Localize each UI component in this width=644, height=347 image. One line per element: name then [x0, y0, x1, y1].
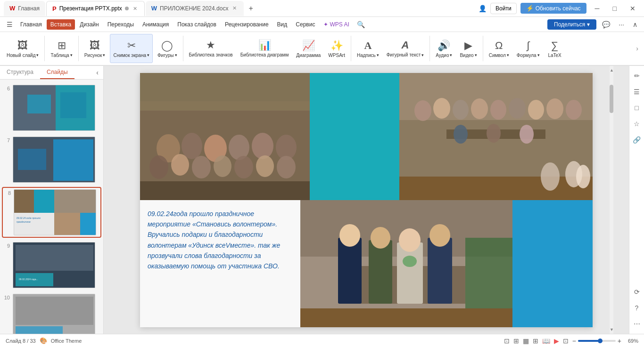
formula-button[interactable]: ∫ Формула ▾ — [514, 34, 543, 63]
slide-item-6[interactable]: 6 — [2, 83, 101, 132]
view-normal-icon[interactable]: ▦ — [523, 337, 529, 345]
minimize-button[interactable]: ─ — [590, 5, 604, 12]
tab-home[interactable]: W Главная — [4, 1, 45, 16]
tab-docx[interactable]: W ПРИЛОЖЕНИЕ 2024.docx ✕ — [146, 1, 244, 16]
fit-width-icon[interactable]: ⊞ — [513, 337, 519, 345]
help-icon[interactable]: ? — [633, 302, 641, 314]
tab-pptx-dot — [125, 7, 129, 10]
ribbon-divider-1 — [44, 36, 45, 61]
video-button[interactable]: ▶ Видео ▾ — [457, 34, 479, 63]
zoom-slider[interactable] — [578, 340, 616, 342]
svg-point-46 — [471, 98, 488, 119]
menu-icon[interactable]: ☰ — [4, 19, 16, 30]
new-tab-button[interactable]: + — [245, 4, 256, 13]
slide-item-10[interactable]: 10 — [2, 292, 101, 334]
ribbon-scroll-right-icon[interactable]: › — [634, 43, 640, 54]
new-slide-caret-icon: ▾ — [36, 53, 39, 57]
slide-item-7[interactable]: 7 — [2, 135, 101, 184]
vertical-scrollbar[interactable]: ▲ ▼ — [610, 66, 613, 334]
menu-item-home[interactable]: Главная — [17, 19, 46, 30]
more-options-icon[interactable]: ⋯ — [631, 318, 643, 330]
menu-item-wpsai[interactable]: ✦ WPS AI — [320, 19, 353, 30]
chart-icon: 📈 — [302, 40, 315, 52]
link-icon[interactable]: 🔗 — [630, 134, 643, 146]
comments-icon[interactable]: 💬 — [599, 19, 613, 30]
menu-item-tools[interactable]: Сервис — [292, 19, 319, 30]
slide-item-9[interactable]: 9 09.02.2024 года... — [2, 241, 101, 290]
scroll-up-icon[interactable]: ▲ — [610, 68, 613, 73]
zoom-out-button[interactable]: − — [572, 337, 576, 345]
menu-item-slideshow[interactable]: Показ слайдов — [173, 19, 220, 30]
new-slide-label-row: Новый слайд ▾ — [7, 53, 39, 58]
ribbon-divider-3 — [183, 36, 183, 61]
account-icon: 👤 — [479, 5, 487, 12]
icons-lib-button[interactable]: ★ Библиотека значков — [186, 34, 236, 63]
crop-icon[interactable]: □ — [632, 102, 641, 114]
table-button[interactable]: ⊞ Таблица ▾ — [48, 34, 75, 63]
tab-pptx[interactable]: P Презентация PPTX.pptx ✕ — [46, 1, 145, 16]
slideshow-icon[interactable]: ▶ — [554, 337, 559, 345]
more-menu-icon[interactable]: ··· — [616, 19, 627, 30]
update-button[interactable]: ⚡ Обновить сейчас — [520, 3, 586, 14]
menu-item-review[interactable]: Рецензирование — [221, 19, 272, 30]
shapes-icon: ◯ — [161, 40, 173, 52]
ribbon-divider-4 — [351, 36, 351, 61]
fit-screen-icon[interactable]: ⊡ — [563, 337, 569, 345]
sidebar-collapse-button[interactable]: ‹ — [91, 66, 103, 79]
view-read-icon[interactable]: 📖 — [542, 337, 550, 345]
tab-docx-close[interactable]: ✕ — [231, 5, 238, 12]
textbox-caret-icon: ▾ — [377, 53, 379, 57]
signin-button[interactable]: Войти — [490, 3, 517, 14]
menu-item-design[interactable]: Дизайн — [76, 19, 102, 30]
svg-rect-15 — [80, 213, 96, 235]
textbox-button[interactable]: A Надпись ▾ — [354, 34, 382, 63]
slide-item-8[interactable]: 8 09.02.24 года прошло праздничное — [2, 187, 101, 238]
latex-button[interactable]: ∑ LaTeX — [545, 34, 565, 63]
search-icon[interactable]: 🔍 — [354, 19, 368, 30]
sidebar-tab-slides[interactable]: Слайды — [40, 66, 74, 79]
main-area: Структура Слайды ‹ 6 7 — [0, 66, 644, 334]
photo-top-right — [399, 73, 593, 200]
ribbon-divider-2 — [78, 36, 79, 61]
maximize-button[interactable]: □ — [608, 5, 621, 12]
tab-home-label: Главная — [18, 5, 40, 12]
shapes-button[interactable]: ◯ Фигуры ▾ — [155, 34, 180, 63]
favorite-icon[interactable]: ☆ — [631, 118, 642, 130]
symbol-button[interactable]: Ω Символ ▾ — [486, 34, 512, 63]
edit-icon[interactable]: ✏ — [632, 70, 642, 82]
update-label: Обновить сейчас — [536, 5, 581, 12]
svg-rect-72 — [465, 238, 512, 308]
svg-point-51 — [566, 100, 582, 120]
history-icon[interactable]: ⟳ — [632, 286, 642, 298]
scroll-down-icon[interactable]: ▼ — [610, 327, 613, 332]
slide-thumb-8: 09.02.24 года прошло праздничное — [14, 189, 96, 235]
fit-page-icon[interactable]: ⊡ — [504, 337, 510, 345]
zoom-in-button[interactable]: + — [618, 337, 621, 345]
video-caret-icon: ▾ — [475, 53, 477, 57]
svg-rect-9 — [34, 190, 54, 213]
view-grid-icon[interactable]: ⊞ — [533, 337, 538, 345]
menu-item-insert[interactable]: Вставка — [47, 19, 75, 30]
menu-item-animation[interactable]: Анимация — [139, 19, 173, 30]
charts-lib-button[interactable]: 📊 Библиотека диаграмм — [238, 34, 292, 63]
menu-item-transitions[interactable]: Переходы — [104, 19, 138, 30]
slide-canvas: 09.02.24года прошло праздничное мероприя… — [140, 73, 593, 327]
tab-pptx-close[interactable]: ✕ — [132, 5, 139, 12]
screenshot-button[interactable]: ✂ Снимок экрана ▾ — [110, 34, 153, 63]
sidebar-tab-structure[interactable]: Структура — [0, 66, 40, 79]
symbol-icon: Ω — [495, 40, 503, 52]
new-slide-button[interactable]: 🖼 Новый слайд ▾ — [4, 34, 41, 63]
svg-point-58 — [576, 165, 590, 188]
close-button[interactable]: ✕ — [625, 5, 640, 12]
wpsart-button[interactable]: ✨ WPSArt — [325, 34, 348, 63]
svg-point-34 — [192, 156, 211, 178]
menu-item-view[interactable]: Вид — [273, 19, 291, 30]
picture-button[interactable]: 🖼 Рисунок ▾ — [82, 34, 108, 63]
chart-button[interactable]: 📈 Диаграмма — [293, 34, 323, 63]
collapse-ribbon-icon[interactable]: ∧ — [630, 19, 640, 30]
panel-list-icon[interactable]: ☰ — [631, 86, 642, 98]
wordart-button[interactable]: A Фигурный текст ▾ — [384, 34, 427, 63]
share-button[interactable]: Поделиться ▾ — [547, 19, 596, 30]
audio-button[interactable]: 🔊 Аудио ▾ — [433, 34, 455, 63]
new-slide-icon: 🖼 — [17, 40, 28, 52]
